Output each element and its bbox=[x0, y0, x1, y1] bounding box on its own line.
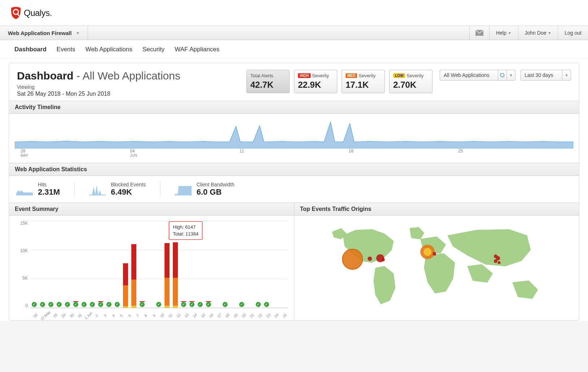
chevron-down-icon[interactable]: ▼ bbox=[562, 70, 571, 80]
section-web-app-stats: Web Application Statistics bbox=[9, 163, 579, 176]
bar-slot[interactable] bbox=[88, 302, 96, 308]
help-menu[interactable]: Help ▼ bbox=[489, 26, 518, 40]
stat-hits: Hits2.31M bbox=[16, 182, 75, 197]
ok-check-icon bbox=[239, 302, 244, 307]
chevron-down-icon: ▼ bbox=[76, 31, 80, 35]
bar-slot[interactable] bbox=[254, 302, 262, 308]
period-filter[interactable]: Last 30 days ▼ bbox=[521, 70, 571, 81]
date-range: Sat 26 May 2018 - Mon 25 Jun 2018 bbox=[17, 91, 180, 97]
timeline-tick: 11 bbox=[239, 148, 348, 158]
tab-waf-appliances[interactable]: WAF Appliances bbox=[175, 46, 219, 53]
bar-slot[interactable] bbox=[113, 302, 121, 308]
event-summary-chart: 15K10K5K0 High: 6147 Total: 11384 2627 M… bbox=[9, 216, 294, 320]
bar-slot[interactable] bbox=[188, 301, 196, 308]
bar-slot[interactable] bbox=[221, 302, 229, 308]
nav-tabs: Dashboard Events Web Applications Securi… bbox=[0, 40, 588, 59]
stat-bandwidth: Client Bandwidth6.0 GB bbox=[175, 182, 249, 197]
svg-point-3 bbox=[368, 257, 372, 261]
ok-check-icon bbox=[82, 302, 87, 307]
bar-slot[interactable] bbox=[30, 302, 38, 308]
bar-slot[interactable] bbox=[38, 302, 47, 308]
tab-dashboard[interactable]: Dashboard bbox=[14, 46, 47, 53]
svg-point-5 bbox=[381, 258, 385, 261]
mail-button[interactable] bbox=[469, 26, 489, 40]
bar-slot[interactable] bbox=[171, 242, 179, 308]
tab-events[interactable]: Events bbox=[57, 46, 75, 53]
ok-check-icon bbox=[140, 302, 145, 307]
ok-check-icon bbox=[90, 302, 95, 307]
ok-check-icon bbox=[115, 302, 120, 307]
bar-slot[interactable] bbox=[47, 302, 55, 308]
sparkline-icon bbox=[89, 183, 106, 195]
activity-timeline-chart: 28MAY04JUN111825 bbox=[9, 114, 579, 163]
timeline-tick: 04JUN bbox=[130, 148, 239, 158]
bar-slot[interactable] bbox=[262, 302, 271, 308]
ok-check-icon bbox=[106, 302, 111, 307]
ok-check-icon bbox=[65, 302, 70, 307]
card-high-severity[interactable]: HIGHSeverity 22.9K bbox=[294, 70, 337, 93]
traffic-origins-map bbox=[294, 216, 579, 320]
page-subtitle: - All Web Applications bbox=[74, 70, 180, 82]
chevron-down-icon: ▼ bbox=[548, 31, 551, 35]
card-med-severity[interactable]: MEDSeverity 17.1K bbox=[342, 70, 385, 93]
svg-point-8 bbox=[433, 252, 436, 256]
bar-slot[interactable] bbox=[154, 302, 163, 308]
ok-check-icon bbox=[57, 302, 62, 307]
tab-security[interactable]: Security bbox=[142, 46, 164, 53]
sparkline-icon bbox=[16, 183, 33, 195]
scope-filter[interactable]: All Web Applications ▼ bbox=[440, 70, 515, 81]
stat-blocked: Blocked Events6.49K bbox=[89, 182, 161, 197]
card-total-alerts[interactable]: Total Alerts 42.7K bbox=[246, 70, 290, 93]
chart-tooltip: High: 6147 Total: 11384 bbox=[169, 221, 202, 239]
app-name: Web Application Firewall bbox=[8, 30, 72, 36]
bar-slot[interactable] bbox=[237, 302, 246, 308]
timeline-tick: 28MAY bbox=[21, 148, 130, 158]
ok-check-icon bbox=[73, 302, 78, 307]
bar-slot[interactable] bbox=[130, 244, 138, 308]
page-title: Dashboard bbox=[17, 70, 74, 82]
bar-slot[interactable] bbox=[71, 301, 80, 308]
ok-check-icon bbox=[32, 302, 37, 307]
ok-check-icon bbox=[264, 302, 269, 307]
ok-check-icon bbox=[40, 302, 45, 307]
bar-slot[interactable] bbox=[138, 301, 146, 308]
refresh-icon[interactable] bbox=[498, 70, 506, 80]
ok-check-icon bbox=[198, 302, 203, 307]
timeline-tick: 25 bbox=[458, 148, 567, 158]
svg-point-11 bbox=[493, 259, 497, 263]
mail-icon bbox=[475, 30, 483, 36]
app-selector[interactable]: Web Application Firewall ▼ bbox=[0, 26, 88, 40]
section-traffic-origins: Top Events Traffic Origins bbox=[294, 203, 579, 216]
ok-check-icon bbox=[156, 302, 161, 307]
bar-slot[interactable] bbox=[55, 302, 63, 308]
bar-slot[interactable] bbox=[196, 302, 204, 308]
bar-slot[interactable] bbox=[105, 302, 113, 308]
main-panel: Dashboard - All Web Applications Viewing… bbox=[9, 63, 579, 321]
bar-slot[interactable] bbox=[204, 301, 212, 308]
logo[interactable]: Qualys. bbox=[10, 7, 52, 20]
ok-check-icon bbox=[256, 302, 261, 307]
bar-slot[interactable] bbox=[96, 301, 105, 308]
ok-check-icon bbox=[48, 302, 53, 307]
svg-point-2 bbox=[342, 249, 363, 269]
ok-check-icon bbox=[98, 302, 103, 307]
ok-check-icon bbox=[189, 302, 194, 307]
bar-slot[interactable] bbox=[179, 301, 188, 308]
brand-bar: Qualys. bbox=[0, 0, 588, 26]
bar-slot[interactable] bbox=[63, 302, 71, 308]
qualys-shield-icon bbox=[10, 7, 22, 20]
logout-button[interactable]: Log out bbox=[558, 26, 588, 40]
chevron-down-icon[interactable]: ▼ bbox=[506, 70, 515, 80]
section-activity-timeline: Activity Timeline bbox=[9, 101, 579, 114]
tab-web-applications[interactable]: Web Applications bbox=[85, 46, 132, 53]
chevron-down-icon: ▼ bbox=[508, 31, 512, 35]
bar-slot[interactable] bbox=[163, 243, 171, 308]
ok-check-icon bbox=[181, 302, 186, 307]
section-event-summary: Event Summary bbox=[9, 203, 294, 216]
user-menu[interactable]: John Doe ▼ bbox=[518, 26, 558, 40]
bar-slot[interactable] bbox=[121, 263, 130, 308]
app-bar: Web Application Firewall ▼ Help ▼ John D… bbox=[0, 26, 588, 40]
bar-slot[interactable] bbox=[80, 302, 88, 308]
card-low-severity[interactable]: LOWSeverity 2.70K bbox=[389, 70, 433, 93]
low-badge: LOW bbox=[393, 73, 405, 78]
